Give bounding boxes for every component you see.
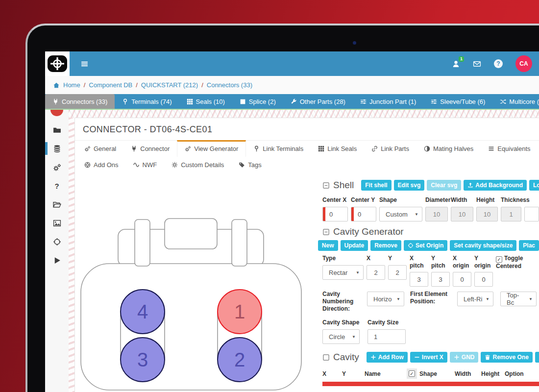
shape-checkbox[interactable]: [409, 370, 415, 377]
connector-drawing: 4 1 3 2: [75, 182, 320, 392]
y-input[interactable]: 2: [388, 265, 407, 280]
folder-open-icon[interactable]: [53, 200, 61, 209]
subtab-link-parts[interactable]: Link Parts: [364, 141, 416, 157]
fit-shell-button[interactable]: Fit shell: [361, 180, 391, 191]
remove-one-button[interactable]: Remove One: [481, 352, 532, 363]
subtab-mating-halves[interactable]: Mating Halves: [416, 141, 481, 157]
subtab-add-ons[interactable]: Add Ons: [77, 157, 126, 173]
numbering-direction-select[interactable]: Horizo▼: [367, 292, 404, 306]
collapse-icon[interactable]: [322, 182, 330, 189]
subtab-general[interactable]: General: [77, 141, 123, 157]
tab-other-parts[interactable]: Other Parts (28): [283, 94, 353, 109]
subtab-link-terminals[interactable]: Link Terminals: [246, 141, 311, 157]
shuffle-icon: [500, 98, 506, 105]
height-input: 10: [476, 207, 498, 221]
y-pitch-input[interactable]: 3: [431, 272, 450, 287]
first-element-select-b[interactable]: Top-Bc▼: [500, 292, 537, 306]
shape-select[interactable]: Custom▼: [379, 207, 422, 221]
clear-svg-button[interactable]: Clear svg: [427, 180, 461, 191]
top-navbar: 1 ? CA: [45, 51, 539, 76]
type-select[interactable]: Rectar▼: [322, 265, 364, 280]
view-generator-form: Shell Fit shell Edit svg Clear svg Add B…: [321, 173, 539, 392]
thickness-input: 1: [501, 207, 521, 221]
messages-icon[interactable]: [473, 60, 481, 68]
main-area: CONNECTOR - DT06-4S-CE01 General Connect…: [69, 110, 539, 392]
connector-view-canvas[interactable]: 4 1 3 2: [75, 173, 321, 392]
tab-connectors[interactable]: Connectors (33): [45, 94, 115, 109]
subtab-equivalents[interactable]: Equivalents: [481, 141, 538, 157]
subtab-custom-details[interactable]: Custom Details: [164, 157, 231, 173]
help-icon[interactable]: ?: [494, 59, 503, 68]
breadcrumb-quickstart[interactable]: QUICKSTART (212): [141, 81, 198, 89]
y-origin-input[interactable]: 0: [474, 272, 493, 287]
subtab-view-generator[interactable]: View Generator: [177, 140, 246, 157]
set-cavity-shape-size-button[interactable]: Set cavity shape/size: [450, 240, 516, 251]
subtab-connector[interactable]: Connector: [123, 141, 177, 157]
clipped-button[interactable]: [535, 352, 539, 363]
expand-icon[interactable]: [322, 354, 330, 361]
diameter-input: 10: [425, 207, 448, 221]
thickness-label: Thickness: [501, 196, 521, 204]
gears-icon[interactable]: [53, 163, 61, 172]
subtab-nwf[interactable]: NWF: [126, 157, 165, 173]
tag-icon: [239, 162, 245, 168]
tab-seals[interactable]: Seals (10): [179, 94, 232, 109]
user-notifications-icon[interactable]: 1: [452, 60, 460, 68]
app-logo[interactable]: [45, 51, 70, 76]
center-y-input[interactable]: 0: [351, 207, 376, 221]
gears-icon: [185, 146, 191, 152]
database-icon[interactable]: [53, 145, 61, 153]
question-icon[interactable]: ?: [53, 182, 61, 190]
place-button[interactable]: Plac: [519, 240, 539, 251]
gears-icon: [84, 146, 91, 152]
gnd-button[interactable]: GND: [450, 352, 479, 363]
add-row-button[interactable]: Add Row: [367, 352, 408, 363]
update-button[interactable]: Update: [341, 240, 368, 251]
menu-toggle-icon[interactable]: [80, 60, 89, 68]
home-icon[interactable]: [53, 82, 60, 89]
tab-splice[interactable]: Splice (2): [232, 94, 283, 109]
collapse-icon[interactable]: [322, 228, 330, 236]
selected-row-bar[interactable]: [322, 382, 539, 386]
x-label: X: [367, 255, 385, 263]
subtab-link-seals[interactable]: Link Seals: [311, 141, 364, 157]
toggle-centered-checkbox[interactable]: [496, 256, 502, 263]
x-pitch-input[interactable]: 3: [410, 272, 428, 287]
set-origin-button[interactable]: Set Origin: [404, 240, 447, 251]
numbering-direction-label: Cavity Numbering Direction:: [322, 291, 364, 313]
loading-button[interactable]: Loading: [529, 180, 539, 191]
cavity-generator-title: Cavity Generator: [333, 226, 404, 237]
folder-icon[interactable]: [53, 126, 61, 134]
edit-svg-button[interactable]: Edit svg: [394, 180, 425, 191]
tab-multicore[interactable]: Multicore (3): [492, 94, 539, 109]
center-x-input[interactable]: 0: [322, 207, 348, 221]
x-origin-input[interactable]: 0: [453, 272, 471, 287]
tab-terminals[interactable]: Terminals (74): [115, 94, 179, 109]
subtab-tags[interactable]: Tags: [231, 157, 269, 173]
remove-button[interactable]: Remove: [370, 240, 401, 251]
breadcrumb-component-db[interactable]: Component DB: [89, 81, 132, 89]
invert-x-button[interactable]: Invert X: [410, 352, 447, 363]
breadcrumb-home[interactable]: Home: [63, 81, 80, 89]
tab-sleeve-tube[interactable]: Sleeve/Tube (6): [423, 94, 492, 109]
breadcrumb-connectors[interactable]: Connectors (33): [207, 81, 252, 89]
y-origin-label: Y origin: [474, 255, 493, 270]
cavity-generator-buttons: New Update Remove Set Origin Set cavity …: [322, 240, 539, 251]
cavity-shape-select[interactable]: Circle▼: [322, 329, 360, 344]
x-input[interactable]: 2: [367, 265, 385, 280]
connector-rail-right: [232, 220, 247, 266]
crosshair-icon: [408, 243, 414, 248]
plus-icon: [454, 354, 460, 360]
image-icon[interactable]: [53, 219, 61, 227]
crosshair-icon[interactable]: [53, 238, 61, 246]
avatar[interactable]: CA: [515, 55, 532, 72]
play-icon[interactable]: [53, 256, 61, 265]
tab-junction-part[interactable]: Junction Part (1): [353, 94, 423, 109]
first-element-select-a[interactable]: Left-Ri▼: [457, 292, 493, 306]
left-sidebar: ?: [45, 110, 69, 392]
clipped-input[interactable]: [524, 207, 539, 221]
add-background-button[interactable]: Add Background: [464, 180, 527, 191]
app-screen: 1 ? CA Home / Component DB / QUICKSTART …: [45, 51, 539, 392]
cavity-size-input[interactable]: 1: [368, 329, 406, 344]
new-button[interactable]: New: [318, 240, 338, 251]
